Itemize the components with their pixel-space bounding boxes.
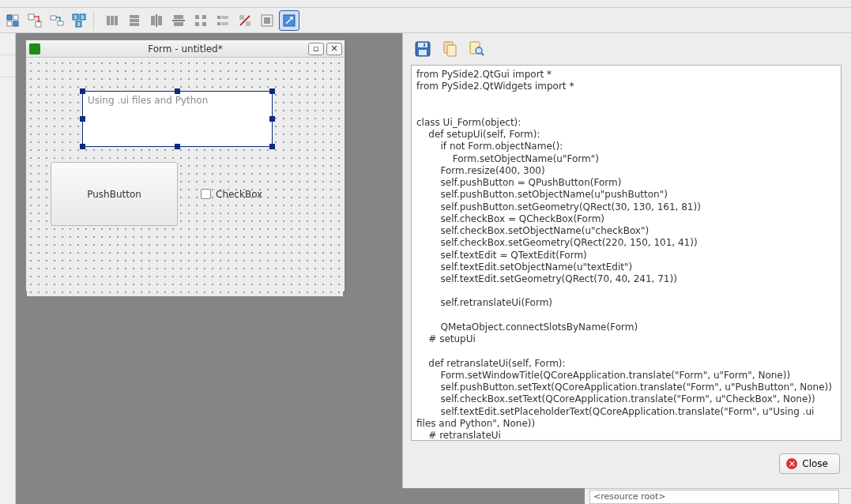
resize-handle[interactable] bbox=[80, 144, 85, 149]
close-label: Close bbox=[802, 458, 828, 469]
form-design-surface[interactable]: Using .ui files and Python PushButton Ch… bbox=[27, 59, 343, 296]
bottom-panel: <resource root> bbox=[585, 488, 851, 504]
svg-rect-20 bbox=[130, 23, 139, 26]
svg-line-48 bbox=[481, 53, 484, 55]
svg-rect-8 bbox=[58, 21, 63, 25]
checkbox-box-icon[interactable] bbox=[201, 189, 211, 199]
code-content: from PySide2.QtGui import * from PySide2… bbox=[416, 69, 836, 441]
svg-point-6 bbox=[37, 20, 40, 22]
svg-rect-18 bbox=[130, 15, 139, 18]
layout-hsplit-icon[interactable] bbox=[146, 10, 167, 31]
resource-root-field[interactable]: <resource root> bbox=[589, 490, 839, 504]
edit-tab-order-icon[interactable]: 123 bbox=[69, 10, 89, 31]
resize-handle[interactable] bbox=[175, 88, 180, 94]
edit-buddies-icon[interactable] bbox=[47, 10, 67, 31]
svg-rect-4 bbox=[28, 14, 34, 20]
svg-rect-22 bbox=[158, 16, 162, 25]
svg-rect-31 bbox=[217, 16, 220, 19]
svg-rect-25 bbox=[174, 22, 183, 26]
svg-rect-27 bbox=[195, 15, 199, 19]
break-layout-icon[interactable] bbox=[235, 10, 255, 31]
svg-rect-35 bbox=[239, 15, 244, 20]
svg-rect-3 bbox=[13, 21, 18, 26]
textedit-placeholder: Using .ui files and Python bbox=[83, 92, 272, 109]
svg-rect-30 bbox=[202, 22, 206, 26]
layout-grid-icon[interactable] bbox=[190, 10, 211, 31]
checkbox-label: CheckBox bbox=[216, 189, 262, 200]
menubar bbox=[0, 0, 851, 8]
svg-text:1: 1 bbox=[74, 14, 77, 20]
main-toolbar: 123 bbox=[0, 8, 851, 33]
resize-handle[interactable] bbox=[269, 116, 275, 122]
svg-point-47 bbox=[476, 47, 482, 54]
svg-rect-24 bbox=[174, 15, 183, 19]
form-title: Form - untitled* bbox=[26, 43, 345, 55]
resize-icon[interactable] bbox=[279, 10, 299, 31]
resize-handle[interactable] bbox=[269, 144, 275, 149]
svg-rect-7 bbox=[51, 16, 56, 20]
svg-rect-28 bbox=[195, 22, 199, 26]
layout-form-icon[interactable] bbox=[213, 10, 233, 31]
edit-signals-icon[interactable] bbox=[24, 10, 45, 31]
pushbutton-label: PushButton bbox=[87, 189, 141, 200]
svg-rect-21 bbox=[151, 16, 155, 25]
svg-rect-1 bbox=[13, 15, 18, 20]
system-menu-icon[interactable] bbox=[29, 43, 40, 55]
close-x-icon: ✕ bbox=[786, 458, 797, 469]
layout-vsplit-icon[interactable] bbox=[168, 10, 189, 31]
svg-text:3: 3 bbox=[77, 21, 81, 27]
svg-rect-45 bbox=[447, 45, 456, 56]
resize-handle[interactable] bbox=[269, 88, 275, 94]
resize-handle[interactable] bbox=[80, 116, 85, 122]
code-preview-dialog: from PySide2.QtGui import * from PySide2… bbox=[402, 33, 851, 488]
svg-rect-43 bbox=[424, 43, 425, 47]
close-button[interactable]: ✕ bbox=[326, 43, 342, 55]
resize-handle[interactable] bbox=[175, 144, 180, 149]
svg-rect-34 bbox=[221, 22, 228, 25]
checkbox-widget[interactable]: CheckBox bbox=[201, 178, 281, 210]
svg-rect-0 bbox=[7, 15, 12, 20]
svg-rect-19 bbox=[130, 19, 139, 22]
svg-rect-41 bbox=[418, 43, 427, 47]
svg-rect-38 bbox=[264, 17, 270, 24]
save-icon[interactable] bbox=[412, 39, 433, 59]
layout-h-icon[interactable] bbox=[102, 10, 122, 31]
svg-rect-16 bbox=[111, 16, 114, 25]
svg-rect-36 bbox=[246, 21, 250, 26]
pushbutton-widget[interactable]: PushButton bbox=[51, 162, 178, 226]
code-toolbar bbox=[403, 33, 851, 65]
svg-text:2: 2 bbox=[81, 14, 85, 20]
close-dialog-button[interactable]: ✕ Close bbox=[779, 453, 840, 474]
svg-rect-2 bbox=[7, 21, 12, 26]
svg-rect-17 bbox=[115, 16, 118, 25]
form-subwindow[interactable]: Form - untitled* ▫ ✕ Using .ui files and… bbox=[25, 39, 345, 292]
svg-rect-29 bbox=[202, 15, 206, 19]
textedit-widget[interactable]: Using .ui files and Python bbox=[82, 91, 273, 147]
edit-widgets-icon[interactable] bbox=[2, 10, 23, 31]
svg-rect-32 bbox=[221, 16, 228, 19]
svg-rect-15 bbox=[107, 16, 110, 25]
find-icon[interactable] bbox=[466, 39, 487, 59]
code-text[interactable]: from PySide2.QtGui import * from PySide2… bbox=[411, 65, 842, 441]
adjust-size-icon[interactable] bbox=[257, 10, 277, 31]
design-canvas: Form - untitled* ▫ ✕ Using .ui files and… bbox=[16, 33, 851, 504]
copy-icon[interactable] bbox=[439, 39, 460, 59]
restore-button[interactable]: ▫ bbox=[308, 43, 324, 55]
layout-v-icon[interactable] bbox=[124, 10, 145, 31]
svg-rect-33 bbox=[217, 22, 220, 25]
svg-rect-42 bbox=[419, 50, 427, 55]
resize-handle[interactable] bbox=[80, 88, 85, 94]
widget-box-collapsed[interactable] bbox=[0, 33, 16, 504]
form-titlebar[interactable]: Form - untitled* ▫ ✕ bbox=[26, 40, 345, 58]
